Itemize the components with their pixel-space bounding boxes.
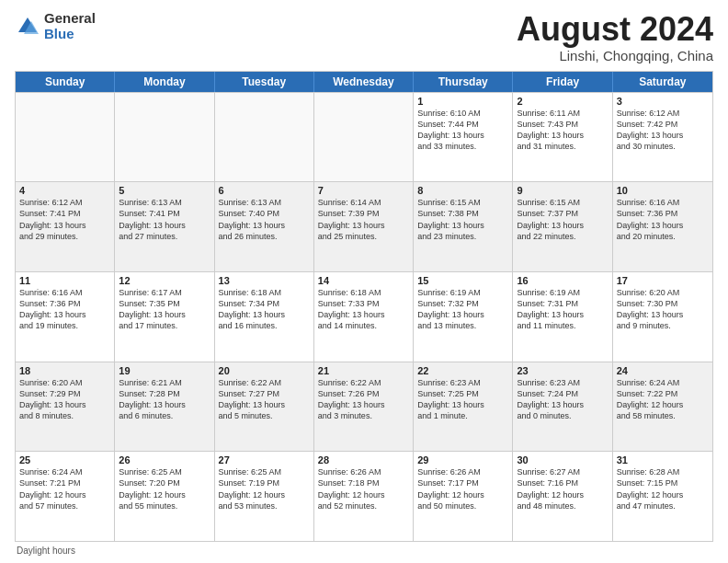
day-info: Sunrise: 6:13 AM Sunset: 7:41 PM Dayligh… <box>119 197 210 242</box>
header-day-sunday: Sunday <box>16 72 115 92</box>
calendar-empty-cell <box>16 93 115 182</box>
day-info: Sunrise: 6:24 AM Sunset: 7:21 PM Dayligh… <box>19 466 110 511</box>
day-info: Sunrise: 6:17 AM Sunset: 7:35 PM Dayligh… <box>119 287 210 332</box>
day-number: 16 <box>517 275 608 286</box>
calendar-day-10: 10Sunrise: 6:16 AM Sunset: 7:36 PM Dayli… <box>613 182 712 271</box>
day-number: 12 <box>119 275 210 286</box>
logo-blue-label: Blue <box>44 27 96 42</box>
calendar-day-24: 24Sunrise: 6:24 AM Sunset: 7:22 PM Dayli… <box>613 362 712 452</box>
day-number: 17 <box>617 275 709 286</box>
day-info: Sunrise: 6:10 AM Sunset: 7:44 PM Dayligh… <box>417 108 508 153</box>
header-day-tuesday: Tuesday <box>215 72 314 92</box>
calendar-body: 1Sunrise: 6:10 AM Sunset: 7:44 PM Daylig… <box>16 92 712 541</box>
day-number: 14 <box>318 275 409 286</box>
calendar-day-6: 6Sunrise: 6:13 AM Sunset: 7:40 PM Daylig… <box>215 182 314 271</box>
day-info: Sunrise: 6:13 AM Sunset: 7:40 PM Dayligh… <box>219 197 310 242</box>
calendar-empty-cell <box>115 93 214 182</box>
day-number: 22 <box>417 365 508 376</box>
day-info: Sunrise: 6:26 AM Sunset: 7:18 PM Dayligh… <box>318 466 409 511</box>
day-number: 30 <box>517 454 608 465</box>
day-info: Sunrise: 6:22 AM Sunset: 7:27 PM Dayligh… <box>219 377 310 422</box>
title-month: August 2024 <box>517 11 713 48</box>
calendar-day-12: 12Sunrise: 6:17 AM Sunset: 7:35 PM Dayli… <box>115 272 214 362</box>
header-day-thursday: Thursday <box>414 72 513 92</box>
day-info: Sunrise: 6:18 AM Sunset: 7:34 PM Dayligh… <box>219 287 310 332</box>
header-day-monday: Monday <box>115 72 214 92</box>
day-info: Sunrise: 6:22 AM Sunset: 7:26 PM Dayligh… <box>318 377 409 422</box>
day-info: Sunrise: 6:19 AM Sunset: 7:31 PM Dayligh… <box>517 287 608 332</box>
day-number: 4 <box>19 185 110 196</box>
day-number: 26 <box>119 454 210 465</box>
calendar-day-13: 13Sunrise: 6:18 AM Sunset: 7:34 PM Dayli… <box>215 272 314 362</box>
logo: General Blue <box>15 11 96 41</box>
calendar-day-16: 16Sunrise: 6:19 AM Sunset: 7:31 PM Dayli… <box>513 272 612 362</box>
day-info: Sunrise: 6:15 AM Sunset: 7:38 PM Dayligh… <box>417 197 508 242</box>
calendar-day-27: 27Sunrise: 6:25 AM Sunset: 7:19 PM Dayli… <box>215 452 314 541</box>
calendar-day-25: 25Sunrise: 6:24 AM Sunset: 7:21 PM Dayli… <box>16 452 115 541</box>
calendar-empty-cell <box>314 93 414 182</box>
day-info: Sunrise: 6:18 AM Sunset: 7:33 PM Dayligh… <box>318 287 409 332</box>
calendar-day-3: 3Sunrise: 6:12 AM Sunset: 7:42 PM Daylig… <box>613 93 712 182</box>
calendar-day-21: 21Sunrise: 6:22 AM Sunset: 7:26 PM Dayli… <box>314 362 414 452</box>
day-info: Sunrise: 6:12 AM Sunset: 7:42 PM Dayligh… <box>617 108 709 153</box>
calendar-day-18: 18Sunrise: 6:20 AM Sunset: 7:29 PM Dayli… <box>16 362 115 452</box>
day-info: Sunrise: 6:23 AM Sunset: 7:24 PM Dayligh… <box>517 377 608 422</box>
day-info: Sunrise: 6:21 AM Sunset: 7:28 PM Dayligh… <box>119 377 210 422</box>
calendar: SundayMondayTuesdayWednesdayThursdayFrid… <box>15 71 713 542</box>
day-info: Sunrise: 6:24 AM Sunset: 7:22 PM Dayligh… <box>617 377 709 422</box>
day-number: 10 <box>617 185 709 196</box>
day-info: Sunrise: 6:25 AM Sunset: 7:20 PM Dayligh… <box>119 466 210 511</box>
day-number: 13 <box>219 275 310 286</box>
calendar-day-26: 26Sunrise: 6:25 AM Sunset: 7:20 PM Dayli… <box>115 452 214 541</box>
calendar-day-9: 9Sunrise: 6:15 AM Sunset: 7:37 PM Daylig… <box>513 182 612 271</box>
day-number: 18 <box>19 365 110 376</box>
day-number: 29 <box>417 454 508 465</box>
calendar-day-5: 5Sunrise: 6:13 AM Sunset: 7:41 PM Daylig… <box>115 182 214 271</box>
day-info: Sunrise: 6:28 AM Sunset: 7:15 PM Dayligh… <box>617 466 709 511</box>
day-number: 6 <box>219 185 310 196</box>
calendar-day-28: 28Sunrise: 6:26 AM Sunset: 7:18 PM Dayli… <box>314 452 414 541</box>
calendar-day-31: 31Sunrise: 6:28 AM Sunset: 7:15 PM Dayli… <box>613 452 712 541</box>
calendar-empty-cell <box>215 93 314 182</box>
footer-label: Daylight hours <box>17 546 75 556</box>
day-number: 2 <box>517 96 608 107</box>
day-number: 20 <box>219 365 310 376</box>
header-day-saturday: Saturday <box>613 72 712 92</box>
footer: Daylight hours <box>15 546 713 556</box>
day-info: Sunrise: 6:25 AM Sunset: 7:19 PM Dayligh… <box>219 466 310 511</box>
day-info: Sunrise: 6:27 AM Sunset: 7:16 PM Dayligh… <box>517 466 608 511</box>
day-number: 24 <box>617 365 709 376</box>
calendar-day-11: 11Sunrise: 6:16 AM Sunset: 7:36 PM Dayli… <box>16 272 115 362</box>
calendar-day-29: 29Sunrise: 6:26 AM Sunset: 7:17 PM Dayli… <box>414 452 513 541</box>
calendar-day-15: 15Sunrise: 6:19 AM Sunset: 7:32 PM Dayli… <box>414 272 513 362</box>
calendar-day-17: 17Sunrise: 6:20 AM Sunset: 7:30 PM Dayli… <box>613 272 712 362</box>
day-info: Sunrise: 6:23 AM Sunset: 7:25 PM Dayligh… <box>417 377 508 422</box>
calendar-day-23: 23Sunrise: 6:23 AM Sunset: 7:24 PM Dayli… <box>513 362 612 452</box>
day-number: 23 <box>517 365 608 376</box>
calendar-day-30: 30Sunrise: 6:27 AM Sunset: 7:16 PM Dayli… <box>513 452 612 541</box>
calendar-day-19: 19Sunrise: 6:21 AM Sunset: 7:28 PM Dayli… <box>115 362 214 452</box>
day-number: 3 <box>617 96 709 107</box>
day-number: 11 <box>19 275 110 286</box>
day-info: Sunrise: 6:16 AM Sunset: 7:36 PM Dayligh… <box>617 197 709 242</box>
day-number: 1 <box>417 96 508 107</box>
title-block: August 2024 Linshi, Chongqing, China <box>517 11 713 63</box>
calendar-day-22: 22Sunrise: 6:23 AM Sunset: 7:25 PM Dayli… <box>414 362 513 452</box>
calendar-day-14: 14Sunrise: 6:18 AM Sunset: 7:33 PM Dayli… <box>314 272 414 362</box>
day-number: 28 <box>318 454 409 465</box>
day-info: Sunrise: 6:12 AM Sunset: 7:41 PM Dayligh… <box>19 197 110 242</box>
day-number: 15 <box>417 275 508 286</box>
calendar-week-4: 25Sunrise: 6:24 AM Sunset: 7:21 PM Dayli… <box>16 451 712 541</box>
header-day-friday: Friday <box>513 72 612 92</box>
day-number: 21 <box>318 365 409 376</box>
calendar-day-2: 2Sunrise: 6:11 AM Sunset: 7:43 PM Daylig… <box>513 93 612 182</box>
calendar-week-3: 18Sunrise: 6:20 AM Sunset: 7:29 PM Dayli… <box>16 362 712 452</box>
day-info: Sunrise: 6:16 AM Sunset: 7:36 PM Dayligh… <box>19 287 110 332</box>
calendar-day-4: 4Sunrise: 6:12 AM Sunset: 7:41 PM Daylig… <box>16 182 115 271</box>
day-number: 8 <box>417 185 508 196</box>
day-info: Sunrise: 6:26 AM Sunset: 7:17 PM Dayligh… <box>417 466 508 511</box>
day-info: Sunrise: 6:11 AM Sunset: 7:43 PM Dayligh… <box>517 108 608 153</box>
calendar-day-20: 20Sunrise: 6:22 AM Sunset: 7:27 PM Dayli… <box>215 362 314 452</box>
calendar-week-2: 11Sunrise: 6:16 AM Sunset: 7:36 PM Dayli… <box>16 271 712 362</box>
day-number: 27 <box>219 454 310 465</box>
